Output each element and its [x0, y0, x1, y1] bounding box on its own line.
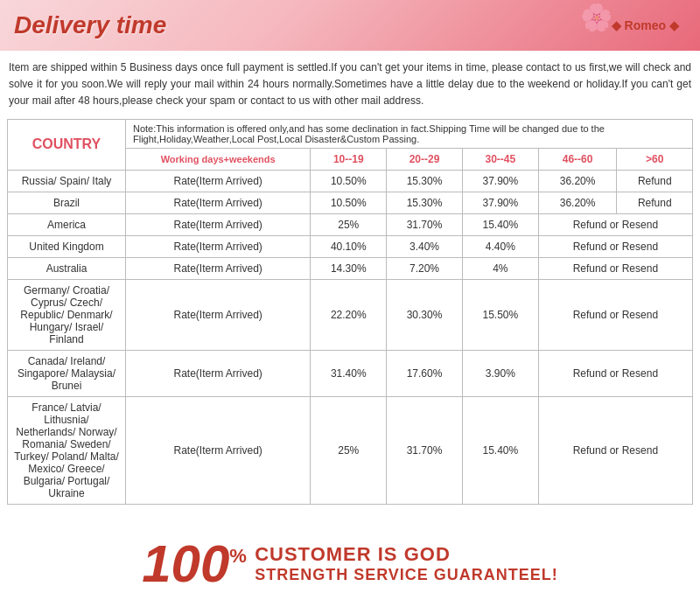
- working-rate-cell: Rate(Iterm Arrived): [126, 235, 311, 257]
- rate-3045: 4.40%: [462, 235, 538, 257]
- working-rate-cell: Rate(Iterm Arrived): [126, 170, 311, 192]
- table-row: AmericaRate(Iterm Arrived)25%31.70%15.40…: [8, 213, 693, 235]
- working-rate-cell: Rate(Iterm Arrived): [126, 350, 311, 396]
- note-cell: Note:This information is offered only,an…: [126, 119, 693, 148]
- rate-2029: 7.20%: [387, 257, 463, 279]
- col-header-2029: 20--29: [387, 148, 463, 170]
- rate-1019: 10.50%: [311, 192, 387, 213]
- table-row: Russia/ Spain/ ItalyRate(Iterm Arrived)1…: [8, 170, 693, 192]
- table-row: AustraliaRate(Iterm Arrived)14.30%7.20%4…: [8, 257, 693, 279]
- rate-2029: 15.30%: [387, 170, 463, 192]
- rate-3045: 15.40%: [462, 396, 538, 504]
- table-row: BrazilRate(Iterm Arrived)10.50%15.30%37.…: [8, 192, 693, 213]
- footer-line2: STRENGTH SERVICE GUARANTEEL!: [255, 566, 558, 584]
- brand-label: Romeo: [608, 18, 682, 32]
- country-cell: America: [8, 213, 126, 235]
- rate-3045: 15.40%: [462, 213, 538, 235]
- country-cell: United Kingdom: [8, 235, 126, 257]
- table-row: Canada/ Ireland/ Singapore/ Malaysia/ Br…: [8, 350, 693, 396]
- rate-gt60: Refund: [617, 170, 693, 192]
- rate-3045: 4%: [462, 257, 538, 279]
- working-rate-cell: Rate(Iterm Arrived): [126, 279, 311, 350]
- country-cell: Russia/ Spain/ Italy: [8, 170, 126, 192]
- rate-3045: 37.90%: [462, 170, 538, 192]
- rate-gt60: Refund: [617, 192, 693, 213]
- col-header-working: Working days+weekends: [126, 148, 311, 170]
- country-cell: Germany/ Croatia/ Cyprus/ Czech/ Republi…: [8, 279, 126, 350]
- footer-percent: %: [229, 545, 247, 567]
- rate-4660-gt60: Refund or Resend: [538, 279, 692, 350]
- rate-4660: 36.20%: [538, 170, 617, 192]
- rate-2029: 30.30%: [387, 279, 463, 350]
- working-rate-cell: Rate(Iterm Arrived): [126, 396, 311, 504]
- footer-100: 100: [142, 538, 229, 590]
- rate-2029: 31.70%: [387, 213, 463, 235]
- table-row: Germany/ Croatia/ Cyprus/ Czech/ Republi…: [8, 279, 693, 350]
- description-text: Item are shipped within 5 Business days …: [0, 51, 700, 119]
- page-title: Delivery time: [14, 11, 166, 39]
- table-row: United KingdomRate(Iterm Arrived)40.10%3…: [8, 235, 693, 257]
- working-rate-cell: Rate(Iterm Arrived): [126, 192, 311, 213]
- rate-2029: 17.60%: [387, 350, 463, 396]
- country-column-header: COUNTRY: [8, 119, 126, 170]
- rate-4660-gt60: Refund or Resend: [538, 235, 692, 257]
- rate-3045: 15.50%: [462, 279, 538, 350]
- rate-1019: 22.20%: [311, 279, 387, 350]
- footer-text-block: CUSTOMER IS GOD STRENGTH SERVICE GUARANT…: [255, 543, 558, 584]
- rate-3045: 3.90%: [462, 350, 538, 396]
- rate-4660-gt60: Refund or Resend: [538, 396, 692, 504]
- rate-1019: 25%: [311, 396, 387, 504]
- country-cell: Australia: [8, 257, 126, 279]
- col-header-gt60: >60: [617, 148, 693, 170]
- rate-1019: 25%: [311, 213, 387, 235]
- country-cell: Brazil: [8, 192, 126, 213]
- rate-1019: 31.40%: [311, 350, 387, 396]
- rate-4660-gt60: Refund or Resend: [538, 213, 692, 235]
- rate-2029: 31.70%: [387, 396, 463, 504]
- working-rate-cell: Rate(Iterm Arrived): [126, 213, 311, 235]
- footer-line1: CUSTOMER IS GOD: [255, 543, 558, 566]
- rate-1019: 14.30%: [311, 257, 387, 279]
- rate-1019: 10.50%: [311, 170, 387, 192]
- rate-2029: 3.40%: [387, 235, 463, 257]
- rate-4660-gt60: Refund or Resend: [538, 350, 692, 396]
- rate-4660: 36.20%: [538, 192, 617, 213]
- rate-4660-gt60: Refund or Resend: [538, 257, 692, 279]
- col-header-4660: 46--60: [538, 148, 617, 170]
- country-cell: France/ Latvia/ Lithusnia/ Netherlands/ …: [8, 396, 126, 504]
- delivery-table: COUNTRY Note:This information is offered…: [7, 119, 693, 505]
- table-row: France/ Latvia/ Lithusnia/ Netherlands/ …: [8, 396, 693, 504]
- rate-1019: 40.10%: [311, 235, 387, 257]
- col-header-3045: 30--45: [462, 148, 538, 170]
- table-wrapper: COUNTRY Note:This information is offered…: [0, 119, 700, 512]
- rate-3045: 37.90%: [462, 192, 538, 213]
- country-cell: Canada/ Ireland/ Singapore/ Malaysia/ Br…: [8, 350, 126, 396]
- page-header: 🌸 Delivery time Romeo: [0, 0, 700, 51]
- rate-2029: 15.30%: [387, 192, 463, 213]
- footer-section: 100% CUSTOMER IS GOD STRENGTH SERVICE GU…: [0, 520, 700, 608]
- working-rate-cell: Rate(Iterm Arrived): [126, 257, 311, 279]
- col-header-1019: 10--19: [311, 148, 387, 170]
